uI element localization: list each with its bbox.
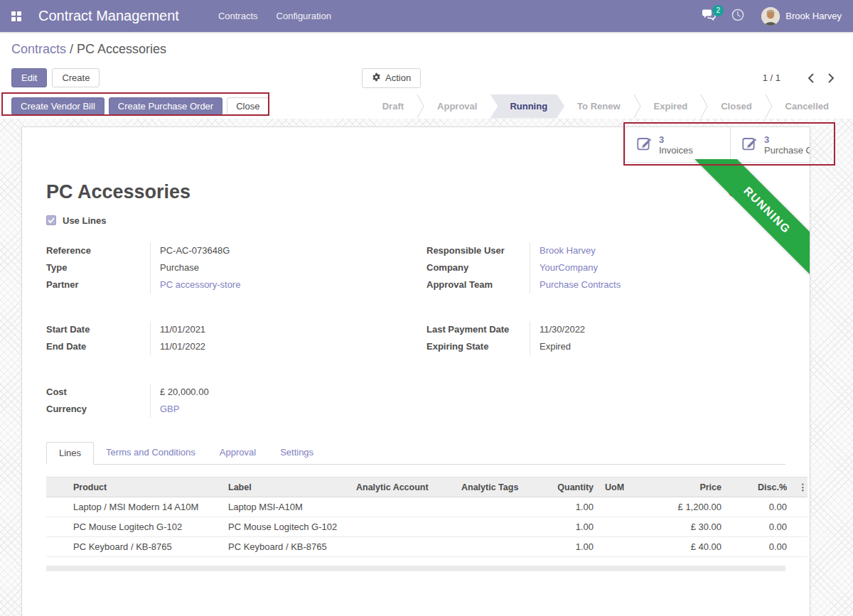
lines-table: Product Label Analytic Account Analytic … (46, 477, 808, 557)
create-purchase-order-button[interactable]: Create Purchase Order (109, 97, 222, 115)
cell-disc[interactable]: 0.00 (727, 497, 793, 517)
tab-approval[interactable]: Approval (208, 442, 268, 464)
cell-analytic-account[interactable] (350, 497, 456, 517)
tab-settings[interactable]: Settings (268, 442, 326, 464)
cell-disc[interactable]: 0.00 (727, 517, 793, 537)
activities-button[interactable] (731, 9, 744, 24)
purchase-orders-stat-button[interactable]: 3 Purchase Or… (730, 127, 810, 163)
state-approval[interactable]: Approval (424, 94, 490, 119)
reference-label: Reference (46, 242, 150, 259)
cell-quantity[interactable]: 1.00 (530, 497, 599, 517)
statusbar-buttons: Create Vendor Bill Create Purchase Order… (11, 97, 269, 115)
uom-column-header[interactable]: UoM (599, 477, 642, 497)
currency-value[interactable]: GBP (150, 401, 416, 418)
price-column-header[interactable]: Price (642, 477, 727, 497)
breadcrumb-parent[interactable]: Contracts (11, 42, 66, 56)
top-navbar: Contract Management Contracts Configurat… (0, 0, 853, 32)
form-sheet: 3 Invoices 3 Purchase Or… (21, 126, 810, 616)
row-handle[interactable] (46, 517, 68, 537)
row-handle[interactable] (46, 537, 68, 557)
notebook-tabs: Lines Terms and Conditions Approval Sett… (46, 442, 785, 465)
cell-analytic-account[interactable] (350, 517, 456, 537)
table-row[interactable]: PC Keyboard / KB-8765 PC Keyboard / KB-8… (46, 537, 808, 557)
menu-configuration[interactable]: Configuration (267, 0, 340, 32)
cell-disc[interactable]: 0.00 (727, 537, 793, 557)
state-closed[interactable]: Closed (708, 94, 764, 119)
product-column-header[interactable]: Product (68, 477, 222, 497)
state-cancelled[interactable]: Cancelled (773, 94, 842, 119)
cell-quantity[interactable]: 1.00 (530, 517, 599, 537)
action-button[interactable]: Action (362, 68, 421, 88)
cell-analytic-tags[interactable] (456, 537, 530, 557)
start-date-label: Start Date (46, 321, 150, 338)
tab-terms-and-conditions[interactable]: Terms and Conditions (94, 442, 208, 464)
apps-grid-icon[interactable] (11, 11, 21, 21)
cell-label[interactable]: PC Mouse Logitech G-102 (222, 517, 350, 537)
quantity-column-header[interactable]: Quantity (530, 477, 599, 497)
edit-document-icon (742, 136, 757, 153)
use-lines-checkbox[interactable] (46, 215, 56, 225)
cost-label: Cost (46, 384, 150, 401)
cell-product[interactable]: PC Mouse Logitech G-102 (68, 517, 222, 537)
responsible-user-value[interactable]: Brook Harvey (530, 242, 785, 259)
purchase-orders-count: 3 (764, 134, 810, 145)
optional-columns-icon[interactable]: ⋮ (793, 477, 808, 497)
approval-team-value[interactable]: Purchase Contracts (530, 276, 785, 293)
cell-uom[interactable] (599, 497, 642, 517)
menu-contracts[interactable]: Contracts (209, 0, 267, 32)
user-avatar[interactable] (761, 7, 780, 26)
state-separator-icon (417, 94, 424, 118)
disc-column-header[interactable]: Disc.% (727, 477, 793, 497)
invoices-stat-button[interactable]: 3 Invoices (625, 127, 730, 163)
cell-analytic-tags[interactable] (456, 517, 530, 537)
messages-button[interactable]: 2 (702, 9, 716, 23)
state-separator-icon (765, 94, 773, 118)
cell-product[interactable]: PC Keyboard / KB-8765 (68, 537, 222, 557)
create-button[interactable]: Create (52, 68, 100, 87)
pager-next-icon[interactable] (821, 70, 842, 86)
form-view-background: 3 Invoices 3 Purchase Or… (0, 119, 853, 616)
label-column-header[interactable]: Label (222, 477, 350, 497)
user-menu[interactable]: Brook Harvey (785, 11, 842, 21)
company-value[interactable]: YourCompany (530, 259, 785, 276)
table-row[interactable]: Laptop / MSI Modern 14 A10M Laptop MSI-A… (46, 497, 808, 517)
analytic-account-column-header[interactable]: Analytic Account (350, 477, 456, 497)
action-button-label: Action (385, 72, 411, 83)
cell-label[interactable]: Laptop MSI-A10M (222, 497, 350, 517)
cost-value: £ 20,000.00 (150, 384, 416, 401)
table-row[interactable]: PC Mouse Logitech G-102 PC Mouse Logitec… (46, 517, 808, 537)
create-vendor-bill-button[interactable]: Create Vendor Bill (11, 97, 104, 115)
approval-team-label: Approval Team (426, 276, 530, 293)
expiring-state-label: Expiring State (426, 338, 530, 355)
reference-value: PC-AC-073648G (150, 242, 416, 259)
cell-price[interactable]: £ 40.00 (642, 537, 727, 557)
close-button[interactable]: Close (227, 97, 269, 115)
state-to-renew[interactable]: To Renew (564, 94, 633, 119)
type-value: Purchase (150, 259, 416, 276)
cell-analytic-account[interactable] (350, 537, 456, 557)
cell-price[interactable]: £ 30.00 (642, 517, 727, 537)
tab-lines[interactable]: Lines (46, 442, 94, 465)
cell-label[interactable]: PC Keyboard / KB-8765 (222, 537, 350, 557)
cell-analytic-tags[interactable] (456, 497, 530, 517)
cell-uom[interactable] (599, 537, 642, 557)
clock-icon (731, 11, 744, 23)
end-date-label: End Date (46, 338, 150, 355)
state-draft[interactable]: Draft (370, 94, 417, 119)
responsible-user-label: Responsible User (426, 242, 530, 259)
cell-price[interactable]: £ 1,200.00 (642, 497, 727, 517)
cell-quantity[interactable]: 1.00 (530, 537, 599, 557)
state-expired[interactable]: Expired (641, 94, 701, 119)
status-pipeline: Draft Approval Running To Renew Expired … (370, 94, 842, 119)
cell-product[interactable]: Laptop / MSI Modern 14 A10M (68, 497, 222, 517)
pager: 1 / 1 (763, 70, 842, 86)
cell-uom[interactable] (599, 517, 642, 537)
partner-value[interactable]: PC accessory-store (150, 276, 416, 293)
pager-previous-icon[interactable] (800, 70, 821, 86)
row-handle[interactable] (46, 497, 68, 517)
pager-count: 1 / 1 (763, 72, 780, 83)
field-group-dates: Start Date 11/01/2021 End Date 11/01/202… (46, 321, 785, 355)
analytic-tags-column-header[interactable]: Analytic Tags (456, 477, 530, 497)
state-running[interactable]: Running (490, 94, 564, 119)
edit-button[interactable]: Edit (11, 68, 47, 87)
